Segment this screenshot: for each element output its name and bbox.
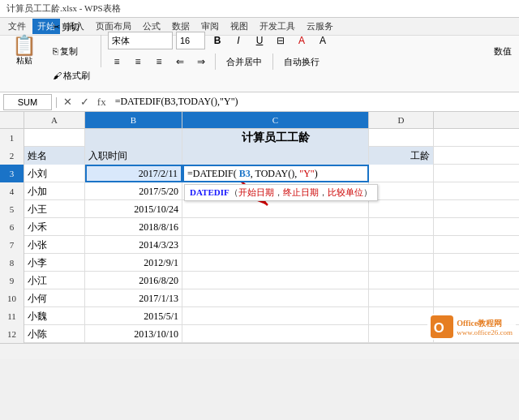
cell-d4[interactable]	[369, 182, 434, 200]
row-num-8: 8	[0, 254, 24, 272]
cell-a11[interactable]: 小魏	[24, 307, 85, 325]
font-name-input[interactable]	[108, 32, 173, 49]
spreadsheet: A B C D 1 计算员工工龄 2 姓名 入职时间 工龄 3 小刘 2017/…	[0, 112, 519, 343]
cell-c2[interactable]	[182, 147, 369, 165]
cell-a5[interactable]: 小王	[24, 200, 85, 218]
cell-c7[interactable]	[182, 236, 369, 254]
cell-a12[interactable]: 小陈	[24, 325, 85, 343]
cell-b6[interactable]: 2018/8/16	[85, 218, 182, 236]
font-color-button[interactable]: A	[314, 32, 332, 49]
cell-b3[interactable]: 2017/2/11	[85, 165, 182, 182]
cell-d12[interactable]	[369, 325, 434, 343]
name-box[interactable]	[3, 94, 52, 110]
cell-c12[interactable]	[182, 325, 369, 343]
cut-button[interactable]: ✂ 剪切	[49, 15, 94, 38]
cell-a1[interactable]	[24, 129, 85, 147]
cell-d7[interactable]	[369, 236, 434, 254]
font-size-input[interactable]	[176, 32, 205, 49]
cell-a6[interactable]: 小禾	[24, 218, 85, 236]
cell-c1[interactable]: 计算员工工龄	[182, 129, 369, 147]
paste-label: 粘贴	[16, 55, 32, 66]
cell-d3[interactable]	[369, 165, 434, 182]
cell-b8[interactable]: 2012/9/1	[85, 254, 182, 272]
cell-b12[interactable]: 2013/10/10	[85, 325, 182, 343]
cell-a2[interactable]: 姓名	[24, 147, 85, 165]
tooltip-func: DATEDIF	[190, 187, 229, 197]
watermark: O Office教程网 www.office26.com	[427, 314, 516, 340]
border-button[interactable]: ⊟	[272, 32, 290, 49]
formula-sep: |	[55, 96, 58, 109]
cell-c8[interactable]	[182, 254, 369, 272]
cell-d10[interactable]	[369, 289, 434, 307]
cell-b1[interactable]	[85, 129, 182, 147]
auto-wrap-button[interactable]: 自动换行	[278, 53, 325, 71]
table-row: 8 小李 2012/9/1	[0, 254, 519, 272]
row-num-4: 4	[0, 182, 24, 200]
fill-color-button[interactable]: A	[293, 32, 311, 49]
copy-button[interactable]: ⎘ 复制	[49, 40, 94, 62]
italic-button[interactable]: I	[229, 32, 247, 49]
formula-input[interactable]	[112, 94, 516, 110]
col-header-a[interactable]: A	[24, 112, 85, 128]
insert-function-icon[interactable]: fx	[95, 95, 109, 109]
cell-d8[interactable]	[369, 254, 434, 272]
toolbar-sep-2	[215, 54, 216, 70]
cell-b4[interactable]: 2017/5/20	[85, 182, 182, 200]
cell-b2[interactable]: 入职时间	[85, 147, 182, 165]
underline-button[interactable]: U	[251, 32, 268, 49]
copy-icon: ⎘	[53, 46, 58, 56]
cell-c6[interactable]	[182, 218, 369, 236]
cell-b9[interactable]: 2016/8/20	[85, 272, 182, 289]
cell-a9[interactable]: 小江	[24, 272, 85, 289]
bold-button[interactable]: B	[208, 32, 226, 49]
col-header-d[interactable]: D	[369, 112, 434, 128]
cell-c11[interactable]	[182, 307, 369, 325]
row-num-3: 3	[0, 165, 24, 182]
table-row: 3 小刘 2017/2/11 =DATEDIF( B3, TODAY(), "Y…	[0, 165, 519, 182]
cell-c9[interactable]	[182, 272, 369, 289]
cell-c5[interactable]	[182, 200, 369, 218]
cell-a3[interactable]: 小刘	[24, 165, 85, 182]
cell-a10[interactable]: 小何	[24, 289, 85, 307]
cell-d6[interactable]	[369, 218, 434, 236]
formula-y-param: "Y"	[297, 168, 314, 179]
confirm-formula-icon[interactable]: ✓	[78, 95, 92, 109]
table-row: 9 小江 2016/8/20	[0, 272, 519, 289]
toolbar: 📋 粘贴 ✂ 剪切 ⎘ 复制 🖌 格式刷 B I U	[0, 36, 519, 92]
cell-d2[interactable]: 工龄	[369, 147, 434, 165]
number-format-button[interactable]: 数值	[490, 40, 516, 62]
cell-b10[interactable]: 2017/1/13	[85, 289, 182, 307]
cell-a8[interactable]: 小李	[24, 254, 85, 272]
col-header-c[interactable]: C	[182, 112, 369, 128]
cell-d11[interactable]	[369, 307, 434, 325]
cancel-formula-icon[interactable]: ✕	[61, 95, 75, 109]
cell-c10[interactable]	[182, 289, 369, 307]
format-painter-button[interactable]: 🖌 格式刷	[49, 64, 94, 87]
cell-a7[interactable]: 小张	[24, 236, 85, 254]
col-header-b[interactable]: B	[85, 112, 182, 128]
indent-dec-button[interactable]: ⇐	[171, 53, 189, 71]
row-num-6: 6	[0, 218, 24, 236]
cell-b5[interactable]: 2015/10/24	[85, 200, 182, 218]
tooltip-param3: 比较单位	[328, 187, 363, 197]
align-right-button[interactable]: ≡	[150, 53, 168, 71]
paste-button[interactable]: 📋 粘贴	[3, 28, 45, 74]
cell-b7[interactable]: 2014/3/23	[85, 236, 182, 254]
cell-a4[interactable]: 小加	[24, 182, 85, 200]
merge-center-button[interactable]: 合并居中	[221, 53, 268, 71]
tooltip-param2: 终止日期	[283, 187, 319, 197]
indent-inc-button[interactable]: ⇒	[192, 53, 210, 71]
table-row: 7 小张 2014/3/23	[0, 236, 519, 254]
row-num-10: 10	[0, 289, 24, 307]
cell-c3[interactable]: =DATEDIF( B3, TODAY(), "Y") DATEDIF（开始日期…	[182, 165, 369, 182]
cell-b11[interactable]: 2015/5/1	[85, 307, 182, 325]
formula-display: =DATEDIF( B3, TODAY(), "Y")	[187, 168, 318, 180]
cell-d1[interactable]	[369, 129, 434, 147]
cell-d9[interactable]	[369, 272, 434, 289]
cell-d5[interactable]	[369, 200, 434, 218]
svg-text:O: O	[434, 320, 444, 336]
align-left-button[interactable]: ≡	[108, 53, 126, 71]
corner-cell	[0, 112, 24, 128]
align-center-button[interactable]: ≡	[129, 53, 147, 71]
table-row: 1 计算员工工龄	[0, 129, 519, 147]
